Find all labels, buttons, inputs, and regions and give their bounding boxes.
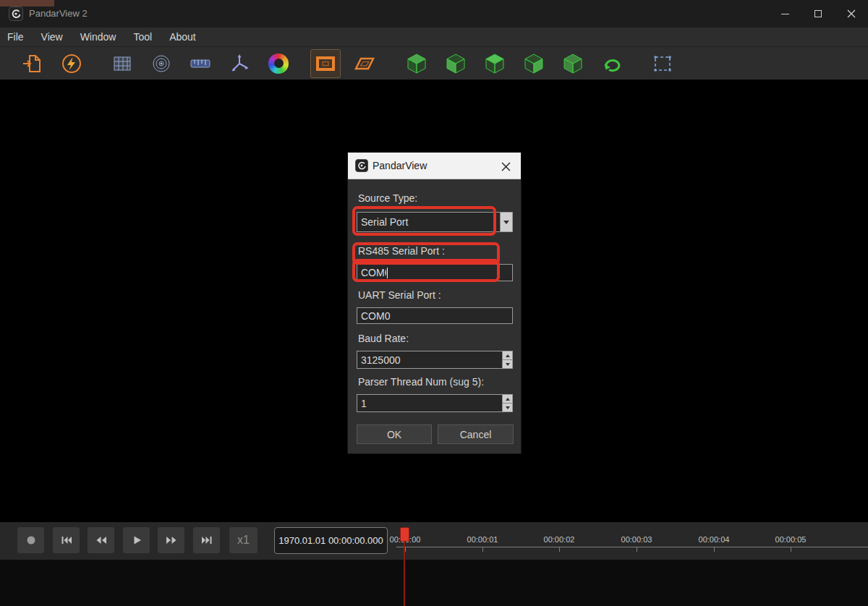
timeline-axis[interactable] bbox=[396, 547, 868, 547]
ok-button[interactable]: OK bbox=[357, 424, 432, 444]
front-view-icon bbox=[315, 53, 336, 74]
cube-right-icon bbox=[523, 53, 545, 74]
close-icon bbox=[847, 9, 856, 18]
titlebar: PandarView 2 bbox=[0, 0, 868, 27]
perspective-view-button[interactable] bbox=[349, 49, 380, 78]
triangle-down-icon bbox=[506, 406, 510, 409]
grid-button[interactable] bbox=[107, 49, 137, 78]
maximize-icon bbox=[814, 10, 822, 17]
uart-port-input[interactable] bbox=[357, 310, 512, 322]
axis-button[interactable] bbox=[224, 49, 255, 78]
rewind-icon bbox=[95, 534, 108, 547]
fast-forward-button[interactable] bbox=[158, 527, 184, 553]
lightning-icon bbox=[61, 53, 82, 74]
cube-top-icon bbox=[484, 53, 506, 74]
menu-file[interactable]: File bbox=[7, 31, 24, 43]
triangle-down-icon bbox=[506, 363, 510, 366]
menu-view[interactable]: View bbox=[41, 31, 63, 43]
fast-forward-icon bbox=[165, 534, 178, 547]
grid-icon bbox=[111, 53, 133, 74]
polar-grid-icon bbox=[150, 53, 172, 74]
timeline-label: 00:00:01 bbox=[459, 535, 506, 544]
lightning-button[interactable] bbox=[56, 49, 87, 78]
window-controls bbox=[768, 0, 868, 27]
parser-thread-spin-buttons bbox=[502, 395, 512, 411]
timeline-tick bbox=[637, 547, 637, 552]
cancel-button[interactable]: Cancel bbox=[438, 424, 514, 444]
minimize-icon bbox=[781, 14, 789, 14]
play-button[interactable] bbox=[123, 527, 150, 553]
menu-tool[interactable]: Tool bbox=[133, 31, 152, 43]
triangle-up-icon bbox=[506, 398, 510, 401]
timeline-label: 00:00:05 bbox=[767, 535, 814, 544]
dialog-title: PandarView bbox=[373, 153, 427, 179]
cube-left-button[interactable] bbox=[441, 49, 471, 78]
app-logo-icon bbox=[355, 159, 368, 172]
baud-rate-label: Baud Rate: bbox=[358, 333, 409, 344]
record-button[interactable] bbox=[17, 527, 44, 553]
timestamp-display: 1970.01.01 00:00:00.000 bbox=[274, 527, 388, 554]
playback-bar: x1 1970.01.01 00:00:00.000 00:00:00 00:0… bbox=[0, 522, 868, 560]
spin-up-button[interactable] bbox=[503, 351, 512, 359]
skip-to-start-button[interactable] bbox=[53, 527, 80, 553]
maximize-button[interactable] bbox=[801, 0, 835, 27]
polar-grid-button[interactable] bbox=[146, 49, 176, 78]
skip-end-icon bbox=[200, 534, 213, 547]
cube-back-button[interactable] bbox=[558, 49, 588, 78]
rotate-view-icon bbox=[601, 53, 623, 74]
cube-iso-button[interactable] bbox=[401, 49, 432, 78]
cube-top-button[interactable] bbox=[480, 49, 510, 78]
import-file-button[interactable] bbox=[17, 49, 48, 78]
menu-window[interactable]: Window bbox=[80, 31, 116, 43]
timeline-label: 00:00:04 bbox=[691, 535, 737, 544]
timeline-tick bbox=[482, 547, 483, 552]
timeline-label: 00:00:02 bbox=[536, 535, 582, 544]
ruler-button[interactable] bbox=[185, 49, 216, 78]
dialog-titlebar: PandarView bbox=[348, 153, 521, 179]
timeline-tick bbox=[559, 547, 560, 552]
rotate-view-button[interactable] bbox=[597, 49, 627, 78]
cube-back-icon bbox=[562, 53, 584, 74]
parser-thread-label: Parser Thread Num (sug 5): bbox=[358, 376, 484, 388]
playhead-marker[interactable] bbox=[400, 527, 409, 542]
bottom-strip bbox=[0, 560, 868, 606]
rewind-button[interactable] bbox=[88, 527, 114, 553]
uart-port-field bbox=[357, 307, 513, 324]
spin-down-button[interactable] bbox=[503, 359, 512, 368]
dialog-close-button[interactable] bbox=[498, 158, 514, 174]
axis-icon bbox=[229, 53, 250, 74]
baud-rate-spinbox bbox=[357, 351, 513, 369]
perspective-view-icon bbox=[354, 53, 375, 74]
color-wheel-button[interactable] bbox=[263, 49, 294, 78]
window-title: PandarView 2 bbox=[29, 0, 88, 27]
record-icon bbox=[25, 534, 38, 547]
front-view-button[interactable] bbox=[310, 49, 341, 78]
playback-speed-button[interactable]: x1 bbox=[229, 527, 258, 553]
spin-down-button[interactable] bbox=[503, 403, 512, 411]
timeline-label: 00:00:03 bbox=[613, 535, 660, 544]
close-button[interactable] bbox=[835, 0, 868, 27]
parser-thread-spinbox bbox=[357, 394, 513, 412]
cube-right-button[interactable] bbox=[519, 49, 549, 78]
playhead-line bbox=[404, 542, 405, 606]
baud-rate-spin-buttons bbox=[502, 351, 512, 368]
menu-about[interactable]: About bbox=[169, 31, 196, 43]
parser-thread-input[interactable] bbox=[357, 398, 502, 409]
chevron-down-icon bbox=[503, 221, 509, 224]
spin-up-button[interactable] bbox=[503, 395, 512, 403]
app-logo-icon bbox=[9, 7, 23, 21]
timeline-tick bbox=[791, 547, 791, 552]
cube-iso-icon bbox=[406, 53, 427, 74]
timeline-tick bbox=[405, 547, 406, 552]
source-type-label: Source Type: bbox=[358, 192, 417, 204]
combobox-dropdown-button[interactable] bbox=[500, 213, 512, 231]
uart-port-label: UART Serial Port : bbox=[358, 289, 441, 301]
skip-start-icon bbox=[60, 534, 73, 547]
play-icon bbox=[130, 534, 143, 547]
ruler-icon bbox=[190, 53, 211, 74]
color-wheel-icon bbox=[268, 54, 289, 74]
select-area-button[interactable] bbox=[647, 49, 678, 78]
baud-rate-input[interactable] bbox=[357, 354, 502, 366]
minimize-button[interactable] bbox=[768, 0, 801, 27]
skip-to-end-button[interactable] bbox=[193, 527, 220, 553]
